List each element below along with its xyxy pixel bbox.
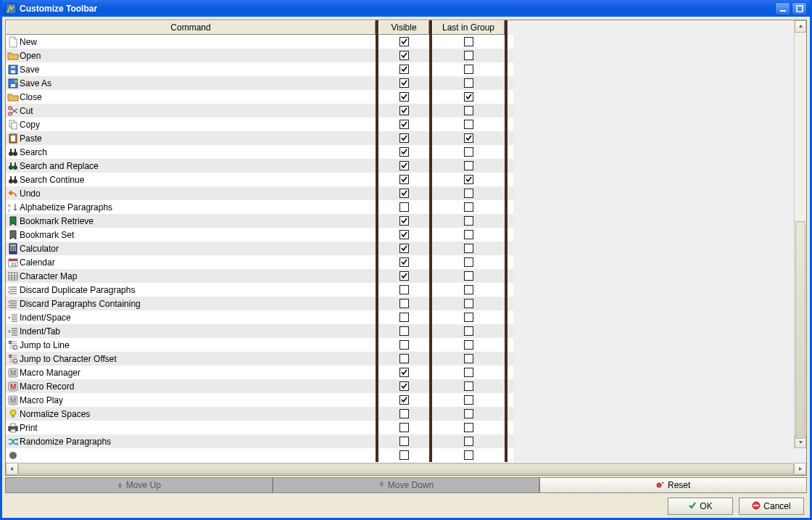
last-in-group-checkbox[interactable]	[464, 189, 473, 198]
last-in-group-checkbox[interactable]	[464, 368, 473, 377]
last-in-group-checkbox[interactable]	[464, 395, 473, 405]
last-in-group-checkbox[interactable]	[464, 92, 473, 102]
table-row[interactable]	[6, 448, 513, 462]
table-row[interactable]: New	[6, 35, 513, 49]
table-row[interactable]: Open	[6, 49, 513, 62]
last-in-group-checkbox[interactable]	[464, 450, 473, 460]
minimize-button[interactable]	[775, 2, 790, 15]
last-in-group-checkbox[interactable]	[464, 244, 473, 253]
last-in-group-checkbox[interactable]	[464, 285, 473, 294]
vertical-scrollbar[interactable]	[794, 20, 806, 448]
move-up-button[interactable]: Move Up	[5, 477, 273, 493]
visible-checkbox[interactable]	[399, 409, 409, 418]
table-row[interactable]: Save	[6, 62, 513, 76]
last-in-group-checkbox[interactable]	[464, 271, 473, 281]
visible-checkbox[interactable]	[399, 437, 409, 446]
visible-checkbox[interactable]	[399, 37, 409, 46]
table-row[interactable]: MMacro Play	[6, 393, 513, 407]
last-in-group-checkbox[interactable]	[464, 147, 473, 157]
scroll-up-button[interactable]	[795, 20, 806, 33]
last-in-group-checkbox[interactable]	[464, 437, 473, 446]
ok-button[interactable]: OK	[668, 498, 733, 515]
visible-checkbox[interactable]	[399, 271, 409, 281]
visible-checkbox[interactable]	[399, 340, 409, 350]
visible-checkbox[interactable]	[399, 202, 409, 212]
last-in-group-checkbox[interactable]	[464, 230, 473, 239]
last-in-group-checkbox[interactable]	[464, 133, 473, 143]
last-in-group-checkbox[interactable]	[464, 326, 473, 336]
visible-checkbox[interactable]	[399, 65, 409, 74]
last-in-group-checkbox[interactable]	[464, 313, 473, 322]
table-row[interactable]: MMacro Manager	[6, 366, 513, 379]
table-row[interactable]: Jump to Character Offset	[6, 352, 513, 366]
scroll-left-button[interactable]	[6, 463, 18, 475]
visible-checkbox[interactable]	[399, 216, 409, 226]
table-row[interactable]: Indent/Space	[6, 310, 513, 324]
last-in-group-checkbox[interactable]	[464, 354, 473, 363]
last-in-group-checkbox[interactable]	[464, 51, 473, 60]
table-row[interactable]: Character Map	[6, 269, 513, 283]
visible-checkbox[interactable]	[399, 244, 409, 253]
last-in-group-checkbox[interactable]	[464, 409, 473, 418]
visible-checkbox[interactable]	[399, 230, 409, 239]
last-in-group-checkbox[interactable]	[464, 202, 473, 212]
last-in-group-checkbox[interactable]	[464, 381, 473, 391]
table-row[interactable]: Close	[6, 90, 513, 104]
last-in-group-checkbox[interactable]	[464, 161, 473, 170]
visible-checkbox[interactable]	[399, 133, 409, 143]
last-in-group-checkbox[interactable]	[464, 299, 473, 308]
table-row[interactable]: azAlphabetize Paragraphs	[6, 200, 513, 214]
visible-checkbox[interactable]	[399, 175, 409, 184]
table-row[interactable]: Paste	[6, 131, 513, 145]
visible-checkbox[interactable]	[399, 92, 409, 102]
last-in-group-checkbox[interactable]	[464, 120, 473, 129]
last-in-group-checkbox[interactable]	[464, 65, 473, 74]
visible-checkbox[interactable]	[399, 354, 409, 363]
table-row[interactable]: MMacro Record	[6, 379, 513, 393]
visible-checkbox[interactable]	[399, 450, 409, 460]
table-row[interactable]: Discard Duplicate Paragraphs	[6, 283, 513, 297]
visible-checkbox[interactable]	[399, 395, 409, 405]
horizontal-scrollbar[interactable]	[6, 463, 806, 475]
visible-checkbox[interactable]	[399, 285, 409, 294]
table-row[interactable]: Print	[6, 421, 513, 434]
visible-checkbox[interactable]	[399, 313, 409, 322]
visible-checkbox[interactable]	[399, 257, 409, 267]
table-row[interactable]: Jump to Line	[6, 338, 513, 352]
header-visible[interactable]: Visible	[378, 20, 429, 35]
visible-checkbox[interactable]	[399, 51, 409, 60]
visible-checkbox[interactable]	[399, 326, 409, 336]
visible-checkbox[interactable]	[399, 423, 409, 432]
visible-checkbox[interactable]	[399, 299, 409, 308]
table-row[interactable]: 31Calendar	[6, 255, 513, 269]
last-in-group-checkbox[interactable]	[464, 340, 473, 350]
hscroll-thumb[interactable]	[18, 463, 794, 474]
visible-checkbox[interactable]	[399, 106, 409, 115]
last-in-group-checkbox[interactable]	[464, 175, 473, 184]
table-row[interactable]: Normalize Spaces	[6, 407, 513, 421]
last-in-group-checkbox[interactable]	[464, 78, 473, 88]
scroll-thumb[interactable]	[795, 221, 805, 439]
table-row[interactable]: Randomize Paragraphs	[6, 434, 513, 448]
last-in-group-checkbox[interactable]	[464, 106, 473, 115]
table-row[interactable]: Search and Replace	[6, 159, 513, 173]
visible-checkbox[interactable]	[399, 189, 409, 198]
table-row[interactable]: Indent/Tab	[6, 324, 513, 338]
visible-checkbox[interactable]	[399, 78, 409, 88]
last-in-group-checkbox[interactable]	[464, 37, 473, 46]
table-row[interactable]: Bookmark Set	[6, 228, 513, 242]
hscroll-track[interactable]	[18, 463, 794, 475]
table-row[interactable]: Search Continue	[6, 173, 513, 186]
visible-checkbox[interactable]	[399, 381, 409, 391]
table-row[interactable]: Undo	[6, 186, 513, 200]
last-in-group-checkbox[interactable]	[464, 257, 473, 267]
scroll-right-button[interactable]	[794, 463, 806, 475]
visible-checkbox[interactable]	[399, 147, 409, 157]
table-row[interactable]: Search	[6, 145, 513, 159]
visible-checkbox[interactable]	[399, 368, 409, 377]
header-command[interactable]: Command	[6, 20, 376, 35]
table-row[interactable]: Calculator	[6, 242, 513, 255]
last-in-group-checkbox[interactable]	[464, 423, 473, 432]
table-row[interactable]: Copy	[6, 117, 513, 131]
maximize-button[interactable]	[792, 2, 807, 15]
